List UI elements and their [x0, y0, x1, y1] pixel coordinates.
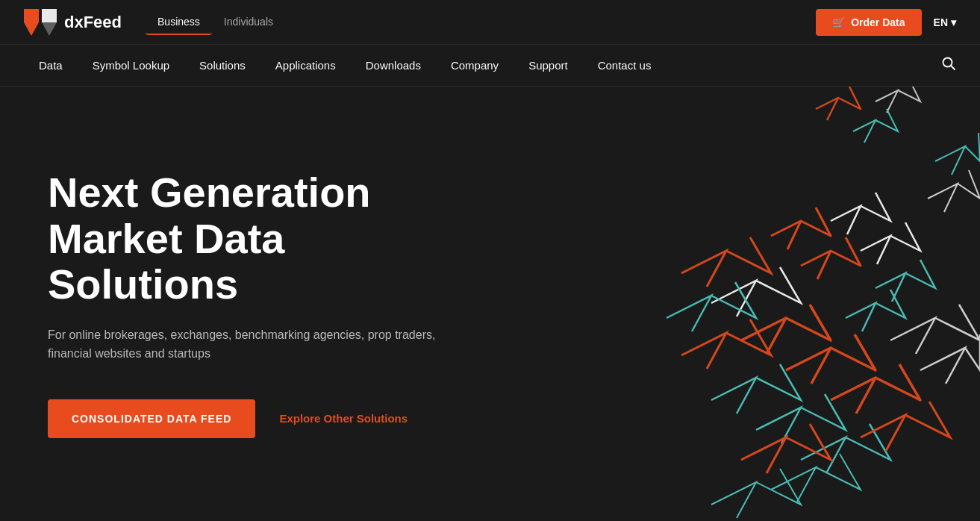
- order-icon: 🛒: [832, 16, 845, 28]
- svg-rect-2: [42, 9, 57, 22]
- nav-item-data[interactable]: Data: [24, 45, 78, 87]
- nav-item-company[interactable]: Company: [436, 45, 514, 87]
- top-right: 🛒 Order Data EN ▾: [816, 9, 956, 36]
- hero-content: Next Generation Market Data Solutions Fo…: [0, 169, 508, 438]
- nav-item-symbol-lookup[interactable]: Symbol Lookup: [78, 45, 184, 87]
- logo-text: dxFeed: [64, 13, 122, 32]
- hero-subtitle: For online brokerages, exchanges, benchm…: [48, 325, 436, 364]
- hero-buttons: CONSOLIDATED DATA FEED Explore Other Sol…: [48, 399, 460, 438]
- consolidated-data-feed-button[interactable]: CONSOLIDATED DATA FEED: [48, 399, 255, 438]
- language-current: EN: [934, 16, 948, 28]
- nav-item-solutions[interactable]: Solutions: [184, 45, 260, 87]
- hero-title-line1: Next Generation: [48, 169, 371, 216]
- nav-item-support[interactable]: Support: [514, 45, 583, 87]
- chevron-down-icon: ▾: [951, 16, 956, 28]
- svg-line-5: [951, 66, 955, 69]
- svg-marker-1: [24, 22, 39, 36]
- hero-section: Next Generation Market Data Solutions Fo…: [0, 87, 980, 521]
- top-nav-business[interactable]: Business: [146, 10, 212, 35]
- order-button-label: Order Data: [851, 16, 905, 28]
- main-nav-items: Data Symbol Lookup Solutions Application…: [24, 45, 941, 87]
- svg-marker-3: [42, 22, 57, 36]
- explore-solutions-link[interactable]: Explore Other Solutions: [279, 412, 408, 425]
- main-nav: Data Symbol Lookup Solutions Application…: [0, 45, 980, 87]
- nav-item-applications[interactable]: Applications: [260, 45, 351, 87]
- language-selector[interactable]: EN ▾: [934, 16, 956, 28]
- logo[interactable]: dxFeed: [24, 9, 122, 36]
- svg-rect-0: [24, 9, 39, 22]
- nav-item-contact[interactable]: Contact us: [583, 45, 667, 87]
- top-nav-individuals[interactable]: Individuals: [212, 10, 285, 35]
- hero-visual: [458, 87, 980, 521]
- hero-title-line2: Market Data Solutions: [48, 215, 284, 308]
- hero-title: Next Generation Market Data Solutions: [48, 169, 460, 308]
- logo-icon: [24, 9, 57, 36]
- order-data-button[interactable]: 🛒 Order Data: [816, 9, 921, 36]
- arrows-decoration: [458, 87, 980, 521]
- top-nav: Business Individuals: [146, 10, 285, 35]
- top-bar: dxFeed Business Individuals 🛒 Order Data…: [0, 0, 980, 45]
- top-left: dxFeed Business Individuals: [24, 9, 285, 36]
- search-icon[interactable]: [941, 56, 956, 75]
- nav-item-downloads[interactable]: Downloads: [351, 45, 436, 87]
